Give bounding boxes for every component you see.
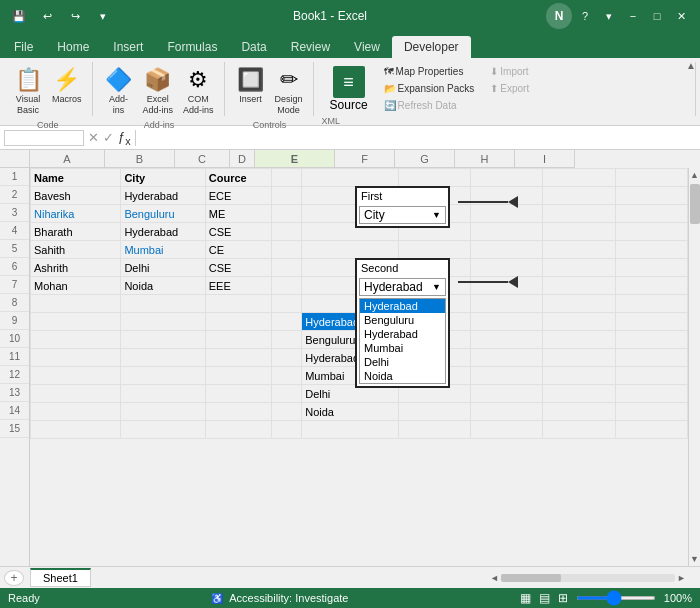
col-header-i[interactable]: I <box>515 150 575 168</box>
source-btn[interactable]: ≡ Source <box>322 64 376 114</box>
dropdown-option-noida[interactable]: Noida <box>360 369 445 383</box>
cell-i6[interactable] <box>615 259 687 277</box>
ribbon-toggle[interactable]: ▾ <box>598 5 620 27</box>
cell-b9[interactable] <box>121 313 205 331</box>
cell-c13[interactable] <box>205 385 271 403</box>
cell-g6[interactable] <box>470 259 542 277</box>
cell-b4[interactable]: Hyderabad <box>121 223 205 241</box>
row-num-11[interactable]: 11 <box>0 348 29 366</box>
cell-g5[interactable] <box>470 241 542 259</box>
cell-b7[interactable]: Noida <box>121 277 205 295</box>
cell-d10[interactable] <box>272 331 302 349</box>
cell-h9[interactable] <box>543 313 615 331</box>
cancel-formula-btn[interactable]: ✕ <box>88 130 99 145</box>
row-num-14[interactable]: 14 <box>0 402 29 420</box>
cell-f5[interactable] <box>398 241 470 259</box>
scroll-up-btn[interactable]: ▲ <box>688 168 700 182</box>
cell-i1[interactable] <box>615 169 687 187</box>
minimize-btn[interactable]: − <box>622 5 644 27</box>
confirm-formula-btn[interactable]: ✓ <box>103 130 114 145</box>
cell-d15[interactable] <box>272 421 302 439</box>
dropdown-option-hyderabad-selected[interactable]: Hyderabad <box>360 299 445 313</box>
cell-d3[interactable] <box>272 205 302 223</box>
cell-g4[interactable] <box>470 223 542 241</box>
cell-a8[interactable] <box>31 295 121 313</box>
col-header-h[interactable]: H <box>455 150 515 168</box>
cell-i9[interactable] <box>615 313 687 331</box>
cell-g14[interactable] <box>470 403 542 421</box>
row-num-1[interactable]: 1 <box>0 168 29 186</box>
cell-b8[interactable] <box>121 295 205 313</box>
row-num-12[interactable]: 12 <box>0 366 29 384</box>
scroll-left-btn[interactable]: ◄ <box>488 571 501 585</box>
cell-c14[interactable] <box>205 403 271 421</box>
add-sheet-btn[interactable]: + <box>4 570 24 586</box>
cell-a3[interactable]: Niharika <box>31 205 121 223</box>
h-scroll-thumb[interactable] <box>501 574 561 582</box>
cell-g13[interactable] <box>470 385 542 403</box>
insert-control-btn[interactable]: 🔲 Insert <box>233 64 269 107</box>
cell-a14[interactable] <box>31 403 121 421</box>
cell-h14[interactable] <box>543 403 615 421</box>
cell-d5[interactable] <box>272 241 302 259</box>
row-num-2[interactable]: 2 <box>0 186 29 204</box>
cell-a6[interactable]: Ashrith <box>31 259 121 277</box>
cell-g1[interactable] <box>470 169 542 187</box>
cell-i11[interactable] <box>615 349 687 367</box>
cell-a2[interactable]: Bavesh <box>31 187 121 205</box>
cell-b6[interactable]: Delhi <box>121 259 205 277</box>
cell-e15[interactable] <box>302 421 398 439</box>
cell-a15[interactable] <box>31 421 121 439</box>
row-num-5[interactable]: 5 <box>0 240 29 258</box>
cell-b1[interactable]: City <box>121 169 205 187</box>
sheet-tab-sheet1[interactable]: Sheet1 <box>30 568 91 587</box>
cell-d1[interactable] <box>272 169 302 187</box>
dropdown-option-benguluru[interactable]: Benguluru <box>360 313 445 327</box>
cell-b10[interactable] <box>121 331 205 349</box>
cell-b11[interactable] <box>121 349 205 367</box>
cell-a12[interactable] <box>31 367 121 385</box>
undo-btn[interactable]: ↩ <box>36 5 58 27</box>
cell-e5[interactable] <box>302 241 398 259</box>
help-btn[interactable]: ? <box>574 5 596 27</box>
cell-b2[interactable]: Hyderabad <box>121 187 205 205</box>
cell-g12[interactable] <box>470 367 542 385</box>
cell-h13[interactable] <box>543 385 615 403</box>
cell-i10[interactable] <box>615 331 687 349</box>
cell-i13[interactable] <box>615 385 687 403</box>
cell-c4[interactable]: CSE <box>205 223 271 241</box>
cell-i7[interactable] <box>615 277 687 295</box>
col-header-g[interactable]: G <box>395 150 455 168</box>
row-num-6[interactable]: 6 <box>0 258 29 276</box>
close-btn[interactable]: ✕ <box>670 5 692 27</box>
cell-g15[interactable] <box>470 421 542 439</box>
cell-a4[interactable]: Bharath <box>31 223 121 241</box>
customize-btn[interactable]: ▾ <box>92 5 114 27</box>
row-num-9[interactable]: 9 <box>0 312 29 330</box>
cell-c2[interactable]: ECE <box>205 187 271 205</box>
row-num-10[interactable]: 10 <box>0 330 29 348</box>
view-normal-btn[interactable]: ▦ <box>520 591 531 605</box>
row-num-3[interactable]: 3 <box>0 204 29 222</box>
user-avatar[interactable]: N <box>546 3 572 29</box>
scroll-thumb[interactable] <box>690 184 700 224</box>
cell-a10[interactable] <box>31 331 121 349</box>
cell-d12[interactable] <box>272 367 302 385</box>
tab-data[interactable]: Data <box>229 36 278 58</box>
cell-h5[interactable] <box>543 241 615 259</box>
expansion-packs-btn[interactable]: 📂 Expansion Packs <box>380 81 479 96</box>
cell-h1[interactable] <box>543 169 615 187</box>
cell-f15[interactable] <box>398 421 470 439</box>
cell-f14[interactable] <box>398 403 470 421</box>
cell-c1[interactable]: Cource <box>205 169 271 187</box>
col-header-d[interactable]: D <box>230 150 255 168</box>
view-pagebreak-btn[interactable]: ⊞ <box>558 591 568 605</box>
cell-d11[interactable] <box>272 349 302 367</box>
cell-i14[interactable] <box>615 403 687 421</box>
tab-insert[interactable]: Insert <box>101 36 155 58</box>
cell-h7[interactable] <box>543 277 615 295</box>
export-btn[interactable]: ⬆ Export <box>486 81 533 96</box>
first-dropdown-select[interactable]: City ▼ <box>359 206 446 224</box>
excel-addins-btn[interactable]: 📦 ExcelAdd-ins <box>139 64 178 118</box>
refresh-data-btn[interactable]: 🔄 Refresh Data <box>380 98 479 113</box>
